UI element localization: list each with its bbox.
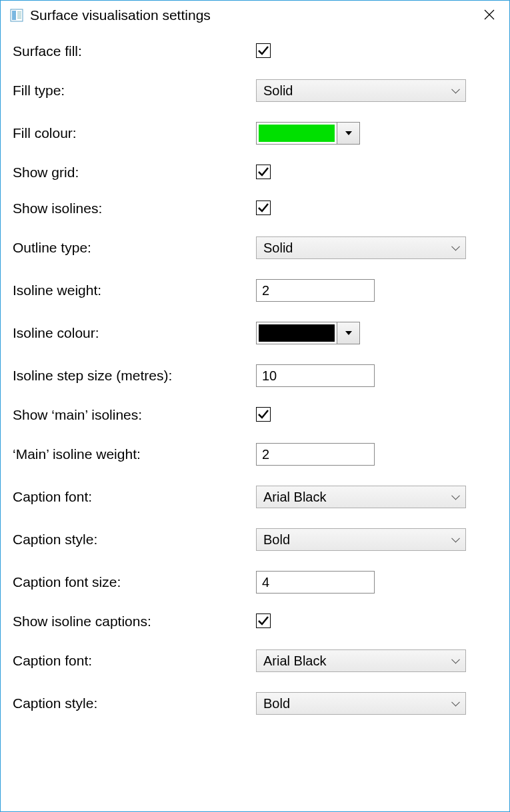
label-surface-fill: Surface fill:: [13, 43, 256, 59]
label-isoline-colour: Isoline colour:: [13, 325, 256, 341]
label-caption-font: Caption font:: [13, 489, 256, 505]
label-isoline-weight: Isoline weight:: [13, 282, 256, 298]
label-show-main-isolines: Show ‘main’ isolines:: [13, 407, 256, 423]
colorpicker-isoline-colour-swatch: [256, 322, 337, 344]
select-caption-style-2[interactable]: Bold: [256, 692, 466, 715]
colorpicker-fill-colour-swatch-inner: [259, 125, 335, 142]
row-surface-fill: Surface fill:: [13, 43, 497, 59]
label-fill-colour: Fill colour:: [13, 125, 256, 141]
select-outline-type-value: Solid: [263, 240, 293, 256]
row-isoline-colour: Isoline colour:: [13, 322, 497, 344]
label-caption-style-2: Caption style:: [13, 695, 256, 711]
row-isoline-weight: Isoline weight:: [13, 279, 497, 302]
row-fill-colour: Fill colour:: [13, 122, 497, 145]
titlebar: Surface visualisation settings: [1, 1, 509, 30]
select-caption-font-2[interactable]: Arial Black: [256, 649, 466, 672]
checkbox-show-isolines[interactable]: [256, 201, 271, 215]
row-caption-font: Caption font: Arial Black: [13, 486, 497, 508]
colorpicker-fill-colour[interactable]: [256, 122, 360, 145]
row-show-grid: Show grid:: [13, 165, 497, 181]
label-show-isoline-captions: Show isoline captions:: [13, 613, 256, 629]
close-button[interactable]: [476, 7, 503, 23]
label-isoline-step: Isoline step size (metres):: [13, 368, 256, 384]
checkbox-show-isoline-captions[interactable]: [256, 613, 271, 628]
select-outline-type[interactable]: Solid: [256, 236, 466, 259]
label-caption-style: Caption style:: [13, 532, 256, 548]
input-main-isoline-weight[interactable]: [256, 443, 375, 466]
label-caption-font-size: Caption font size:: [13, 574, 256, 590]
select-caption-style-2-value: Bold: [263, 696, 290, 711]
row-caption-style-2: Caption style: Bold: [13, 692, 497, 715]
window-title: Surface visualisation settings: [30, 7, 476, 23]
label-show-grid: Show grid:: [13, 165, 256, 181]
row-isoline-step: Isoline step size (metres):: [13, 364, 497, 387]
settings-window: Surface visualisation settings Surface f…: [0, 0, 510, 812]
select-caption-style-value: Bold: [263, 532, 290, 548]
select-caption-font[interactable]: Arial Black: [256, 486, 466, 508]
svg-marker-9: [345, 331, 352, 335]
input-isoline-weight[interactable]: [256, 279, 375, 302]
row-main-isoline-weight: ‘Main’ isoline weight:: [13, 443, 497, 466]
select-fill-type-value: Solid: [263, 83, 293, 99]
colorpicker-isoline-colour-swatch-inner: [259, 324, 335, 342]
select-caption-font-2-value: Arial Black: [263, 653, 326, 669]
checkbox-show-grid[interactable]: [256, 165, 271, 179]
row-caption-font-2: Caption font: Arial Black: [13, 649, 497, 672]
colorpicker-isoline-colour[interactable]: [256, 322, 360, 344]
label-caption-font-2: Caption font:: [13, 653, 256, 669]
colorpicker-isoline-colour-dropdown[interactable]: [337, 322, 360, 344]
row-show-main-isolines: Show ‘main’ isolines:: [13, 407, 497, 423]
row-fill-type: Fill type: Solid: [13, 79, 497, 102]
label-fill-type: Fill type:: [13, 83, 256, 99]
checkbox-show-main-isolines[interactable]: [256, 407, 271, 422]
label-main-isoline-weight: ‘Main’ isoline weight:: [13, 446, 256, 462]
select-fill-type[interactable]: Solid: [256, 79, 466, 102]
label-show-isolines: Show isolines:: [13, 201, 256, 216]
app-icon: [10, 9, 23, 22]
select-caption-style[interactable]: Bold: [256, 528, 466, 551]
label-outline-type: Outline type:: [13, 240, 256, 256]
svg-marker-8: [345, 131, 352, 135]
input-caption-font-size[interactable]: [256, 571, 375, 594]
row-caption-font-size: Caption font size:: [13, 571, 497, 594]
row-caption-style: Caption style: Bold: [13, 528, 497, 551]
content-area: Surface fill: Fill type: Solid Fill colo…: [1, 30, 509, 811]
row-show-isolines: Show isolines:: [13, 201, 497, 216]
checkbox-surface-fill[interactable]: [256, 43, 271, 58]
colorpicker-fill-colour-dropdown[interactable]: [337, 122, 360, 145]
input-isoline-step[interactable]: [256, 364, 375, 387]
select-caption-font-value: Arial Black: [263, 490, 326, 505]
svg-rect-1: [12, 11, 16, 20]
colorpicker-fill-colour-swatch: [256, 122, 337, 145]
row-show-isoline-captions: Show isoline captions:: [13, 613, 497, 629]
row-outline-type: Outline type: Solid: [13, 236, 497, 259]
